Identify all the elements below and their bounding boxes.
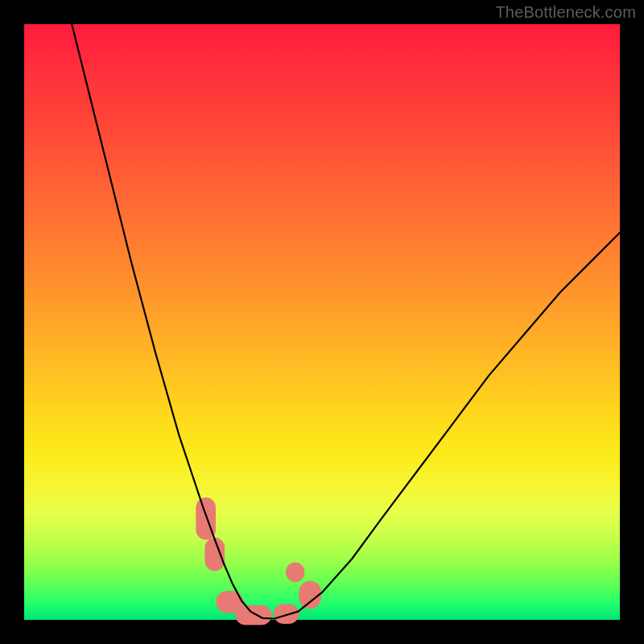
bottleneck-marker	[274, 605, 299, 624]
bottleneck-marker	[287, 563, 304, 582]
chart-frame: TheBottleneck.com	[0, 0, 644, 644]
curve-layer	[24, 24, 620, 620]
bottleneck-marker	[205, 538, 225, 571]
bottleneck-curve	[72, 24, 620, 619]
bottleneck-marker	[299, 581, 321, 609]
plot-area	[24, 24, 620, 620]
bottleneck-markers	[196, 497, 321, 625]
watermark-text: TheBottleneck.com	[495, 3, 636, 22]
bottleneck-marker	[236, 605, 271, 625]
